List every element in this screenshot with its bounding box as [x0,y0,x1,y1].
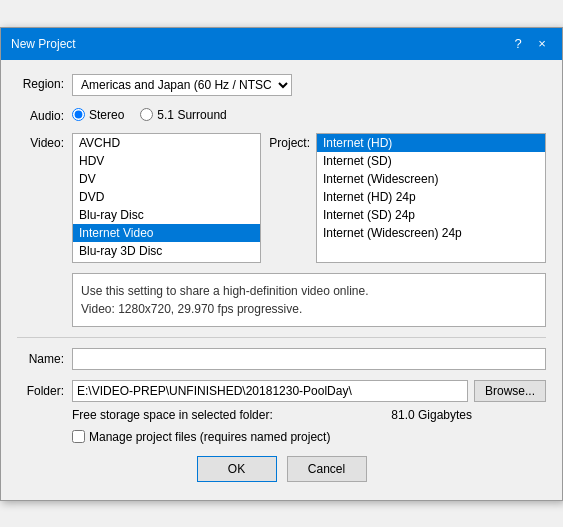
browse-button[interactable]: Browse... [474,380,546,402]
project-item-hd-24p[interactable]: Internet (HD) 24p [317,188,545,206]
description-box: Use this setting to share a high-definit… [72,273,546,327]
buttons-row: OK Cancel [17,456,546,486]
dialog-title: New Project [11,37,76,51]
video-item-dvd[interactable]: DVD [73,188,260,206]
stereo-radio[interactable] [72,108,85,121]
surround-option[interactable]: 5.1 Surround [140,108,226,122]
video-item-avchd[interactable]: AVCHD [73,134,260,152]
stereo-option[interactable]: Stereo [72,108,124,122]
cancel-button[interactable]: Cancel [287,456,367,482]
manage-checkbox[interactable] [72,430,85,443]
folder-row: Folder: Browse... [17,380,546,402]
region-select[interactable]: Americas and Japan (60 Hz / NTSC) Europe… [72,74,292,96]
ok-button[interactable]: OK [197,456,277,482]
video-item-bluray[interactable]: Blu-ray Disc [73,206,260,224]
audio-label: Audio: [17,106,72,123]
video-project-row: Video: AVCHD HDV DV DVD Blu-ray Disc Int… [17,133,546,263]
surround-label: 5.1 Surround [157,108,226,122]
project-label: Project: [269,133,316,150]
name-input[interactable] [72,348,546,370]
video-item-bluray-3d[interactable]: Blu-ray 3D Disc [73,242,260,260]
storage-value: 81.0 Gigabytes [391,408,472,422]
video-item-hdv[interactable]: HDV [73,152,260,170]
name-label: Name: [17,352,72,366]
video-item-internet-video[interactable]: Internet Video [73,224,260,242]
dialog-body: Region: Americas and Japan (60 Hz / NTSC… [1,60,562,500]
project-listbox[interactable]: Internet (HD) Internet (SD) Internet (Wi… [316,133,546,263]
video-listbox[interactable]: AVCHD HDV DV DVD Blu-ray Disc Internet V… [72,133,261,263]
help-button[interactable]: ? [508,34,528,54]
project-item-sd-24p[interactable]: Internet (SD) 24p [317,206,545,224]
region-row: Region: Americas and Japan (60 Hz / NTSC… [17,74,546,96]
storage-label: Free storage space in selected folder: [72,408,273,422]
folder-input[interactable] [72,380,468,402]
video-item-3d-internet[interactable]: 3D Internet Video [73,260,260,263]
region-control: Americas and Japan (60 Hz / NTSC) Europe… [72,74,546,96]
project-item-widescreen-24p[interactable]: Internet (Widescreen) 24p [317,224,545,242]
manage-label: Manage project files (requires named pro… [89,430,330,444]
stereo-label: Stereo [89,108,124,122]
title-bar: New Project ? × [1,28,562,60]
project-item-widescreen[interactable]: Internet (Widescreen) [317,170,545,188]
video-label: Video: [17,133,72,150]
folder-label: Folder: [17,384,72,398]
region-label: Region: [17,74,72,91]
title-bar-buttons: ? × [508,34,552,54]
separator [17,337,546,338]
audio-row: Audio: Stereo 5.1 Surround [17,106,546,123]
new-project-dialog: New Project ? × Region: Americas and Jap… [0,27,563,501]
description-line1: Use this setting to share a high-definit… [81,282,537,300]
close-button[interactable]: × [532,34,552,54]
name-row: Name: [17,348,546,370]
surround-radio[interactable] [140,108,153,121]
description-line2: Video: 1280x720, 29.970 fps progressive. [81,300,537,318]
storage-row: Free storage space in selected folder: 8… [72,408,546,422]
project-item-hd[interactable]: Internet (HD) [317,134,545,152]
video-item-dv[interactable]: DV [73,170,260,188]
audio-options: Stereo 5.1 Surround [72,106,546,122]
project-item-sd[interactable]: Internet (SD) [317,152,545,170]
manage-row: Manage project files (requires named pro… [72,430,546,444]
project-section: Project: Internet (HD) Internet (SD) Int… [269,133,546,263]
